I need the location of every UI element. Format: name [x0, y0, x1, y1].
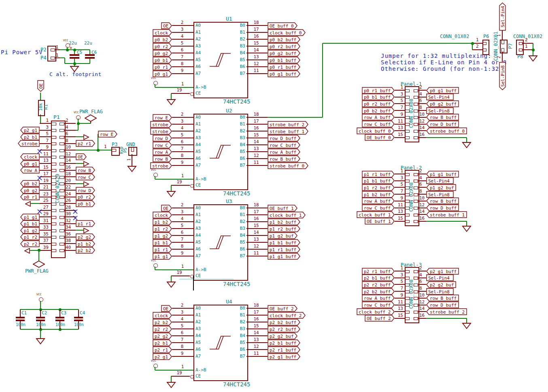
net-label-row_B_buff[interactable]: row_B_buff — [268, 155, 300, 162]
net-label-p2_b1[interactable]: p2_b1 — [153, 339, 172, 346]
net-label-clock[interactable]: clock — [153, 29, 172, 36]
pin-wire[interactable] — [246, 73, 268, 74]
net-label-p0_g2[interactable]: p0_g2 — [153, 50, 172, 57]
pin-wire[interactable] — [418, 137, 426, 138]
pin-wire[interactable] — [64, 243, 76, 244]
pin-wire[interactable] — [40, 143, 51, 144]
net-label-row_B[interactable]: row_B — [153, 155, 172, 162]
pin-wire[interactable] — [40, 183, 51, 184]
net-label-p2_g1[interactable]: p2_g1 — [20, 127, 40, 133]
net-label-p2_b2_buff[interactable]: p2_b2_buff — [362, 288, 395, 295]
pin-wire[interactable] — [172, 158, 193, 159]
pin-wire[interactable] — [246, 32, 268, 33]
pin-wire[interactable] — [395, 174, 405, 174]
net-label-p1_g1[interactable]: p1_g1 — [153, 253, 172, 260]
pin-wire[interactable] — [395, 291, 405, 292]
pin-wire[interactable] — [418, 214, 426, 215]
pin-wire[interactable] — [522, 49, 533, 50]
pin-wire[interactable] — [395, 284, 405, 285]
pin-wire[interactable] — [246, 124, 268, 125]
wire[interactable] — [20, 329, 79, 330]
wire[interactable] — [76, 183, 83, 184]
net-label-clock[interactable]: clock — [153, 312, 172, 319]
wire[interactable] — [78, 123, 91, 124]
pin-wire[interactable] — [172, 242, 193, 243]
net-label-row_C_buff[interactable]: row_C_buff — [362, 301, 395, 308]
net-label-p0_r2_buff[interactable]: p0_r2_buff — [268, 43, 300, 50]
net-label-p2_r1_buff[interactable]: p2_r1_buff — [362, 268, 395, 275]
net-label-p2_b2[interactable]: p2_b2 — [76, 247, 95, 254]
pin-wire[interactable] — [246, 59, 268, 60]
net-label-OE[interactable]: OE — [161, 22, 172, 29]
pin-wire[interactable] — [40, 237, 51, 237]
pin-wire[interactable] — [418, 187, 426, 188]
net-label-p0_g1[interactable]: p0_g1 — [153, 70, 172, 77]
net-label-row_B_buff[interactable]: row_B_buff — [426, 295, 459, 301]
pin-wire[interactable] — [172, 315, 193, 316]
net-label-p1_b1_buff[interactable]: p1_b1_buff — [268, 239, 300, 246]
net-label-p1_b1[interactable]: p1_b1 — [153, 239, 172, 246]
pin-wire[interactable] — [418, 130, 426, 131]
pin-wire[interactable] — [395, 214, 405, 215]
cap-plate[interactable] — [36, 317, 45, 318]
net-label-strobe[interactable]: strobe — [18, 140, 40, 147]
pin-wire[interactable] — [395, 124, 405, 125]
pin-wire[interactable] — [246, 235, 268, 236]
wire[interactable] — [426, 137, 467, 138]
pin-wire[interactable] — [246, 328, 268, 329]
pin-wire[interactable] — [395, 208, 405, 208]
pin-wire[interactable] — [172, 165, 193, 166]
pin-wire[interactable] — [78, 309, 79, 317]
net-label-row_D_buff[interactable]: row_D_buff — [426, 301, 459, 308]
wire[interactable] — [31, 203, 40, 204]
gnd-symbol[interactable] — [166, 382, 176, 388]
pin-wire[interactable] — [418, 180, 426, 181]
net-label-p2_r1[interactable]: p2_r1 — [153, 346, 172, 353]
pin-wire[interactable] — [246, 138, 268, 138]
pin-wire[interactable] — [64, 136, 76, 137]
pin-wire[interactable] — [172, 53, 193, 53]
pin-wire[interactable] — [40, 309, 41, 317]
pin-wire[interactable] — [172, 151, 193, 152]
pin-wire[interactable] — [64, 190, 76, 191]
net-label-p2_g1_buff[interactable]: p2_g1_buff — [426, 268, 459, 275]
pin-wire[interactable] — [395, 194, 405, 195]
net-label-clock_buff_2[interactable]: clock_buff_2 — [268, 312, 306, 319]
net-label-row_A_buff[interactable]: row_A_buff — [362, 295, 395, 301]
pin-wire[interactable] — [395, 298, 405, 299]
pin-wire[interactable] — [172, 138, 193, 138]
pin-wire[interactable] — [246, 158, 268, 159]
net-label-p1_r1[interactable]: p1_r1 — [153, 246, 172, 253]
pin-wire[interactable] — [418, 278, 426, 278]
net-label-strobe[interactable]: strobe — [150, 128, 172, 135]
wire[interactable] — [323, 43, 472, 44]
pin-wire[interactable] — [246, 228, 268, 229]
net-label-row_A_buff[interactable]: row_A_buff — [268, 148, 300, 155]
net-label-p1_r2_buff[interactable]: p1_r2_buff — [362, 184, 395, 191]
gnd-symbol[interactable] — [462, 142, 472, 148]
net-label-p0_b1[interactable]: p0_b1 — [76, 200, 95, 207]
net-label-clock_buff_0[interactable]: clock_buff_0 — [357, 127, 395, 134]
wire[interactable] — [171, 93, 172, 99]
net-label-strobe_buff_0[interactable]: strobe_buff_0 — [426, 127, 467, 134]
pin-wire[interactable] — [418, 174, 426, 174]
net-label-p2_g1[interactable]: p2_g1 — [153, 353, 172, 360]
pin-wire[interactable] — [246, 242, 268, 243]
pin-wire[interactable] — [172, 59, 193, 60]
net-label-row_C[interactable]: row_C — [153, 142, 172, 148]
pin-wire[interactable] — [172, 117, 193, 118]
pin-wire[interactable] — [171, 93, 190, 94]
pin-wire[interactable] — [395, 97, 405, 97]
pin-wire[interactable] — [246, 208, 268, 208]
pin-wire[interactable] — [172, 131, 193, 131]
pin-wire[interactable] — [64, 250, 76, 251]
pin-wire[interactable] — [40, 243, 51, 244]
pin-wire[interactable] — [172, 228, 193, 229]
net-label-row_C_buff[interactable]: row_C_buff — [362, 204, 395, 211]
net-label-row_D_buff[interactable]: row_D_buff — [426, 204, 459, 211]
wire[interactable] — [78, 123, 79, 130]
net-label-row_A_buff[interactable]: row_A_buff — [362, 114, 395, 121]
wire[interactable] — [40, 93, 41, 100]
pin-wire[interactable] — [59, 309, 60, 317]
pin-wire[interactable] — [246, 117, 268, 118]
